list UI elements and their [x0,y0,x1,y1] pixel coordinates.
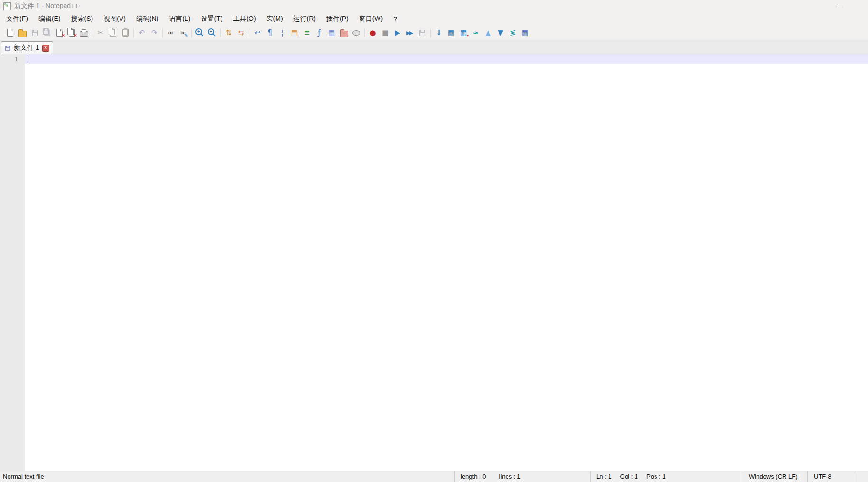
show-indent-guide-icon[interactable]: ¦ [277,27,288,39]
macro-record-icon[interactable]: ● [367,27,379,39]
toolbar: ××✂↶↷∞∞✎+−⇅⇆↩¶¦▤≡ƒ▦●■▶▶▶⇓▦▦▪≈▲▼≶▦ [0,26,868,40]
editor: 1 [0,54,868,471]
status-length: length : 0 [461,473,486,480]
cut-icon[interactable]: ✂ [95,27,106,39]
monitoring-icon[interactable] [351,27,362,39]
print-icon[interactable] [78,27,90,39]
plugin-table-edit-icon[interactable]: ▦▪ [458,27,469,39]
tab-save-state-icon [5,45,10,50]
zoom-in-icon[interactable]: + [194,27,205,39]
undo-icon[interactable]: ↶ [136,27,148,39]
menu-item-edit[interactable]: 编辑(E) [33,12,66,26]
tab-new-file-1[interactable]: 新文件 1× [1,41,53,54]
text-area[interactable] [25,54,868,471]
menu-item-language[interactable]: 语言(L) [164,12,195,26]
move-up-icon[interactable]: ▲ [482,27,494,39]
macro-run-multiple-icon[interactable]: ▶▶ [404,27,416,39]
status-doc-size: length : 0 lines : 1 [454,471,590,482]
menu-bar: 文件(F)编辑(E)搜索(S)视图(V)编码(N)语言(L)设置(T)工具(O)… [0,12,868,26]
document-map-icon[interactable]: ▤ [289,27,300,39]
toolbar-separator [162,28,163,37]
status-pos: Pos : 1 [646,473,665,480]
menu-item-tools[interactable]: 工具(O) [228,12,261,26]
toolbar-separator [364,28,365,37]
line-number-gutter[interactable]: 1 [0,54,25,471]
paste-icon[interactable] [120,27,131,39]
sync-vertical-scroll-icon[interactable]: ⇅ [223,27,234,39]
word-wrap-icon[interactable]: ↩ [252,27,263,39]
status-line: Ln : 1 [596,473,612,480]
find-icon[interactable]: ∞ [165,27,176,39]
menu-item-search[interactable]: 搜索(S) [66,12,99,26]
status-bar: Normal text file length : 0 lines : 1 Ln… [0,471,868,482]
menu-item-view[interactable]: 视图(V) [98,12,131,26]
plugin-sort-icon[interactable]: ≶ [507,27,518,39]
toolbar-separator [430,28,431,37]
function-list-icon[interactable]: ƒ [314,27,325,39]
save-all-icon[interactable] [41,27,53,39]
status-encoding: UTF-8 [807,471,854,482]
sync-horizontal-scroll-icon[interactable]: ⇆ [235,27,247,39]
toolbar-separator [191,28,192,37]
menu-item-macro[interactable]: 宏(M) [261,12,288,26]
menu-item-file[interactable]: 文件(F) [1,12,33,26]
redo-icon[interactable]: ↷ [148,27,160,39]
tab-close-button[interactable]: × [42,45,49,52]
text-caret [27,55,27,63]
macro-stop-icon[interactable]: ■ [379,27,391,39]
save-file-icon[interactable] [29,27,40,39]
show-all-characters-icon[interactable]: ¶ [264,27,276,39]
menu-item-window[interactable]: 窗口(W) [354,12,388,26]
menu-item-settings[interactable]: 设置(T) [195,12,228,26]
status-typing-mode [854,471,868,482]
title-bar: 新文件 1 - Notepad++ — [0,0,868,12]
status-lines: lines : 1 [499,473,521,480]
toolbar-separator [92,28,92,37]
tab-bar: 新文件 1× [0,40,868,54]
plugin-grid-icon[interactable]: ▦ [519,27,531,39]
menu-item-help[interactable]: ? [388,12,402,26]
status-eol-format: Windows (CR LF) [743,471,807,482]
line-number[interactable]: 1 [0,54,25,64]
notepadpp-window: 新文件 1 - Notepad++ — 文件(F)编辑(E)搜索(S)视图(V)… [0,0,868,482]
toolbar-separator [249,28,249,37]
toolbar-separator [220,28,221,37]
current-line-highlight [25,54,868,64]
window-controls: — [828,0,850,12]
toolbar-separator [133,28,134,37]
project-panel-icon[interactable]: ▦ [326,27,337,39]
status-column: Col : 1 [620,473,638,480]
status-doc-type: Normal text file [0,471,454,482]
window-title: 新文件 1 - Notepad++ [14,2,78,10]
document-list-icon[interactable]: ≡ [301,27,313,39]
copy-icon[interactable] [107,27,119,39]
move-down-icon[interactable]: ▼ [495,27,506,39]
minimize-button[interactable]: — [828,0,850,12]
menu-item-plugins[interactable]: 插件(P) [321,12,354,26]
new-file-icon[interactable] [4,27,16,39]
macro-save-icon[interactable] [416,27,428,39]
menu-item-encoding[interactable]: 编码(N) [131,12,164,26]
macro-play-icon[interactable]: ▶ [392,27,403,39]
notepadpp-logo-icon [3,2,11,10]
open-file-icon[interactable] [17,27,28,39]
close-all-icon[interactable]: × [66,27,77,39]
status-caret-position: Ln : 1 Col : 1 Pos : 1 [590,471,743,482]
plugin-panel-icon[interactable]: ⇓ [433,27,444,39]
zoom-out-icon[interactable]: − [206,27,218,39]
close-file-icon[interactable]: × [54,27,65,39]
menu-item-run[interactable]: 运行(R) [288,12,321,26]
replace-icon[interactable]: ∞✎ [177,27,189,39]
folder-as-workspace-icon[interactable] [338,27,350,39]
tab-label: 新文件 1 [14,44,39,52]
plugin-align-icon[interactable]: ≈ [470,27,481,39]
plugin-table-icon[interactable]: ▦ [445,27,457,39]
